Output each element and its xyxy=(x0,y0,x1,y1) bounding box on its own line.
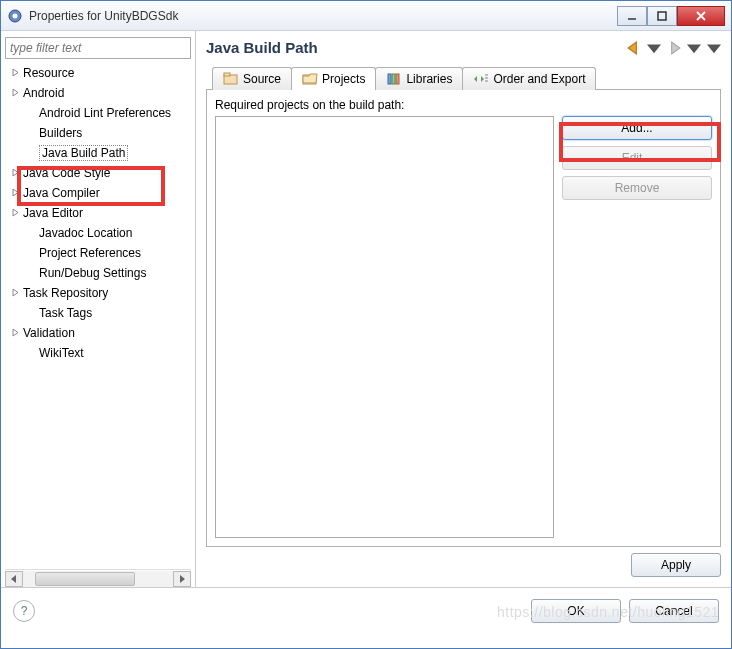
svg-marker-13 xyxy=(11,575,16,583)
tab-source-label: Source xyxy=(243,72,281,86)
expand-arrow-icon xyxy=(11,326,23,340)
tree-item-label: Java Editor xyxy=(23,206,83,220)
tab-order-export[interactable]: Order and Export xyxy=(462,67,596,90)
tree-item-resource[interactable]: Resource xyxy=(9,63,191,83)
expand-arrow-icon xyxy=(11,186,23,200)
svg-marker-28 xyxy=(481,76,484,82)
tree-item-javadoc-location[interactable]: Javadoc Location xyxy=(9,223,191,243)
tree-item-label: Project References xyxy=(39,246,141,260)
tree-item-label: Run/Debug Settings xyxy=(39,266,146,280)
tab-libraries[interactable]: Libraries xyxy=(375,67,463,90)
maximize-button[interactable] xyxy=(647,6,677,26)
tree-item-label: Builders xyxy=(39,126,82,140)
tree-item-label: Task Repository xyxy=(23,286,108,300)
window-title: Properties for UnityBDGSdk xyxy=(29,9,617,23)
tree-item-label: Task Tags xyxy=(39,306,92,320)
tree-item-java-build-path[interactable]: Java Build Path xyxy=(9,143,191,163)
tree-item-label: Android xyxy=(23,86,64,100)
source-icon xyxy=(223,72,239,86)
svg-rect-24 xyxy=(388,74,391,84)
minimize-button[interactable] xyxy=(617,6,647,26)
tab-projects[interactable]: Projects xyxy=(291,67,376,90)
svg-marker-17 xyxy=(672,42,680,54)
svg-marker-7 xyxy=(13,89,18,96)
app-icon xyxy=(7,8,23,24)
svg-marker-9 xyxy=(13,189,18,196)
svg-marker-12 xyxy=(13,329,18,336)
scroll-thumb[interactable] xyxy=(35,572,135,586)
tab-source[interactable]: Source xyxy=(212,67,292,90)
expand-arrow-icon xyxy=(11,86,23,100)
help-button[interactable]: ? xyxy=(13,600,35,622)
dialog-footer: ? OK Cancel xyxy=(1,587,731,633)
title-bar: Properties for UnityBDGSdk xyxy=(1,1,731,31)
tree-item-task-tags[interactable]: Task Tags xyxy=(9,303,191,323)
svg-marker-10 xyxy=(13,209,18,216)
svg-marker-18 xyxy=(687,44,701,53)
svg-point-1 xyxy=(13,13,18,18)
filter-input[interactable] xyxy=(5,37,191,59)
svg-marker-27 xyxy=(474,76,477,82)
tree-item-label: Android Lint Preferences xyxy=(39,106,171,120)
tab-projects-label: Projects xyxy=(322,72,365,86)
svg-marker-15 xyxy=(628,42,636,54)
svg-rect-26 xyxy=(396,74,399,84)
tree-item-java-code-style[interactable]: Java Code Style xyxy=(9,163,191,183)
tree-item-task-repository[interactable]: Task Repository xyxy=(9,283,191,303)
scroll-left-button[interactable] xyxy=(5,571,23,587)
category-tree[interactable]: ResourceAndroidAndroid Lint PreferencesB… xyxy=(5,63,191,569)
svg-rect-25 xyxy=(392,74,395,84)
tree-item-validation[interactable]: Validation xyxy=(9,323,191,343)
tree-item-java-editor[interactable]: Java Editor xyxy=(9,203,191,223)
svg-marker-14 xyxy=(180,575,185,583)
svg-marker-6 xyxy=(13,69,18,76)
tree-item-label: Validation xyxy=(23,326,75,340)
tree-item-label: Javadoc Location xyxy=(39,226,132,240)
nav-forward-menu-icon[interactable] xyxy=(687,41,701,55)
apply-button[interactable]: Apply xyxy=(631,553,721,577)
tree-item-builders[interactable]: Builders xyxy=(9,123,191,143)
cancel-button[interactable]: Cancel xyxy=(629,599,719,623)
tree-item-java-compiler[interactable]: Java Compiler xyxy=(9,183,191,203)
nav-forward-button[interactable] xyxy=(667,41,681,55)
svg-rect-21 xyxy=(224,73,230,76)
expand-arrow-icon xyxy=(11,66,23,80)
expand-arrow-icon xyxy=(11,166,23,180)
required-projects-list[interactable] xyxy=(215,116,554,538)
svg-marker-19 xyxy=(707,44,721,53)
remove-button: Remove xyxy=(562,176,712,200)
tree-item-label: Java Code Style xyxy=(23,166,110,180)
sidebar-hscrollbar[interactable] xyxy=(5,569,191,587)
tab-libraries-label: Libraries xyxy=(406,72,452,86)
tree-item-project-references[interactable]: Project References xyxy=(9,243,191,263)
tree-item-run-debug-settings[interactable]: Run/Debug Settings xyxy=(9,263,191,283)
scroll-right-button[interactable] xyxy=(173,571,191,587)
svg-marker-11 xyxy=(13,289,18,296)
nav-menu-icon[interactable] xyxy=(707,41,721,55)
tree-item-wikitext[interactable]: WikiText xyxy=(9,343,191,363)
page-title: Java Build Path xyxy=(206,39,627,56)
close-button[interactable] xyxy=(677,6,725,26)
svg-marker-16 xyxy=(647,44,661,53)
tree-item-android[interactable]: Android xyxy=(9,83,191,103)
tree-item-label: Java Compiler xyxy=(23,186,100,200)
libraries-icon xyxy=(386,72,402,86)
sidebar: ResourceAndroidAndroid Lint PreferencesB… xyxy=(1,31,196,587)
expand-arrow-icon xyxy=(11,206,23,220)
nav-back-button[interactable] xyxy=(627,41,641,55)
edit-button: Edit... xyxy=(562,146,712,170)
tree-item-android-lint-preferences[interactable]: Android Lint Preferences xyxy=(9,103,191,123)
svg-marker-8 xyxy=(13,169,18,176)
expand-arrow-icon xyxy=(11,286,23,300)
projects-icon xyxy=(302,72,318,86)
tree-item-label: Java Build Path xyxy=(39,145,128,161)
nav-back-menu-icon[interactable] xyxy=(647,41,661,55)
order-export-icon xyxy=(473,72,489,86)
add-button[interactable]: Add... xyxy=(562,116,712,140)
required-projects-label: Required projects on the build path: xyxy=(215,98,554,112)
ok-button[interactable]: OK xyxy=(531,599,621,623)
tab-bar: Source Projects Libraries Order and Expo… xyxy=(206,66,721,90)
tab-order-label: Order and Export xyxy=(493,72,585,86)
tree-item-label: WikiText xyxy=(39,346,84,360)
tree-item-label: Resource xyxy=(23,66,74,80)
